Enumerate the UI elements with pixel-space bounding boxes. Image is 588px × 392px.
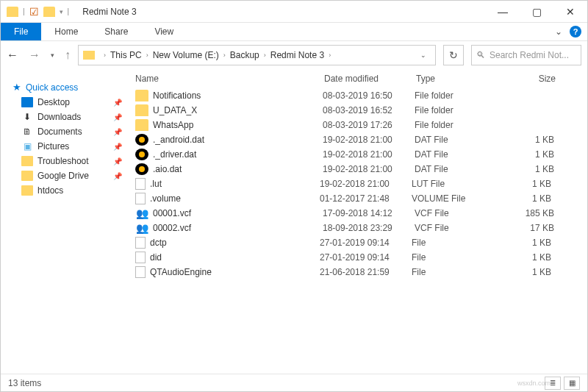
icons-view-button[interactable]: ▦ [564, 377, 580, 390]
file-type: DAT File [415, 164, 503, 174]
file-row[interactable]: 👥00001.vcf17-09-2018 14:12VCF File185 KB [129, 206, 587, 221]
file-row[interactable]: .lut19-02-2018 21:00LUT File1 KB [129, 177, 587, 191]
chevron-right-icon[interactable]: › [142, 51, 153, 59]
breadcrumb-item[interactable]: This PC [110, 50, 142, 60]
breadcrumb-item[interactable]: New Volume (E:) [153, 50, 219, 60]
dat-icon [135, 134, 148, 146]
checkmark-icon[interactable]: ☑ [29, 6, 39, 18]
dat-icon [135, 149, 148, 160]
sidebar-item[interactable]: Troubleshoot📌 [20, 154, 123, 168]
file-size: 1 KB [500, 238, 551, 248]
file-row[interactable]: did27-01-2019 09:14File1 KB [129, 250, 587, 265]
file-name: 00001.vcf [153, 208, 323, 218]
file-name: .volume [150, 193, 320, 204]
folder-icon[interactable] [43, 7, 55, 17]
watermark: wsxdn.com [517, 379, 551, 387]
file-row[interactable]: dctp27-01-2019 09:14File1 KB [129, 235, 587, 250]
file-type: File [412, 238, 500, 248]
file-row[interactable]: .aio.dat19-02-2018 21:00DAT File1 KB [129, 162, 587, 177]
breadcrumb-item[interactable]: Redmi Note 3 [270, 50, 324, 60]
file-row[interactable]: Notifications08-03-2019 16:50File folder [129, 88, 587, 103]
chevron-right-icon[interactable]: › [324, 51, 335, 59]
navigation-bar: ← → ▾ ↑ › This PC › New Volume (E:) › Ba… [1, 41, 587, 69]
forward-button[interactable]: → [29, 49, 40, 62]
sidebar-item-label: Troubleshoot [37, 156, 89, 166]
address-dropdown-icon[interactable]: ⌄ [415, 51, 432, 59]
folder-icon [135, 104, 148, 116]
file-row[interactable]: 👥00002.vcf18-09-2018 23:29VCF File17 KB [129, 221, 587, 235]
file-name: .lut [150, 179, 320, 189]
file-row[interactable]: QTAudioEngine21-06-2018 21:59File1 KB [129, 265, 587, 279]
file-row[interactable]: ._android.dat19-02-2018 21:00DAT File1 K… [129, 132, 587, 147]
file-size: 1 KB [503, 149, 554, 160]
minimize-button[interactable]: — [486, 1, 520, 23]
tab-share[interactable]: Share [91, 23, 141, 40]
folder-icon[interactable] [7, 7, 18, 17]
file-row[interactable]: ._driver.dat19-02-2018 21:00DAT File1 KB [129, 147, 587, 162]
sidebar-item-label: Documents [37, 126, 82, 137]
sidebar-item[interactable]: Google Drive📌 [20, 168, 123, 183]
search-box[interactable]: 🔍︎ Search Redmi Not... [471, 45, 581, 65]
file-date: 27-01-2019 09:14 [320, 252, 412, 263]
expand-ribbon-icon[interactable]: ⌄ [555, 26, 562, 37]
sidebar-item[interactable]: Desktop📌 [20, 95, 123, 110]
file-name: ._android.dat [153, 135, 323, 145]
chevron-right-icon[interactable]: › [99, 51, 110, 59]
breadcrumb-item[interactable]: Backup [230, 50, 259, 60]
file-type: File folder [415, 120, 503, 130]
file-size: 1 KB [503, 164, 554, 174]
file-date: 17-09-2018 14:12 [323, 208, 415, 218]
tab-view[interactable]: View [141, 23, 187, 40]
sidebar-item[interactable]: 🗎Documents📌 [20, 124, 123, 139]
navigation-pane: ★ Quick access Desktop📌⬇Downloads📌🗎Docum… [1, 69, 129, 374]
file-size: 17 KB [503, 223, 554, 233]
qat-dropdown-icon[interactable]: ▾ [60, 8, 63, 15]
file-name: did [150, 252, 320, 263]
history-dropdown-icon[interactable]: ▾ [51, 51, 54, 59]
column-name[interactable]: Name [129, 74, 324, 84]
status-bar: 13 items ≣ ▦ [1, 374, 587, 391]
file-date: 19-02-2018 21:00 [323, 135, 415, 145]
file-type: File folder [415, 105, 503, 115]
help-icon[interactable]: ? [570, 26, 581, 38]
folder-icon [83, 51, 95, 60]
up-button[interactable]: ↑ [65, 49, 71, 62]
chevron-right-icon[interactable]: › [259, 51, 270, 59]
file-type: File [412, 267, 500, 277]
file-icon [135, 266, 146, 278]
file-date: 19-02-2018 21:00 [320, 179, 412, 189]
column-size[interactable]: Size [504, 74, 556, 84]
file-date: 27-01-2019 09:14 [320, 238, 412, 248]
sidebar-quick-access[interactable]: ★ Quick access [11, 79, 123, 95]
file-icon [135, 237, 146, 249]
file-size: 1 KB [500, 179, 551, 189]
file-name: dctp [150, 238, 320, 248]
file-size: 1 KB [500, 267, 551, 277]
file-row[interactable]: .volume01-12-2017 21:48VOLUME File1 KB [129, 191, 587, 206]
file-row[interactable]: WhatsApp08-03-2019 17:26File folder [129, 118, 587, 132]
file-type: VOLUME File [412, 193, 500, 204]
file-type: DAT File [415, 135, 503, 145]
sidebar-item[interactable]: ▣Pictures📌 [20, 139, 123, 154]
maximize-button[interactable]: ▢ [520, 1, 553, 23]
file-row[interactable]: U_DATA_X08-03-2019 16:52File folder [129, 103, 587, 118]
address-bar[interactable]: › This PC › New Volume (E:) › Backup › R… [78, 45, 436, 65]
back-button[interactable]: ← [7, 49, 18, 62]
file-tab[interactable]: File [1, 23, 41, 40]
sidebar-item[interactable]: ⬇Downloads📌 [20, 110, 123, 124]
refresh-button[interactable]: ↻ [443, 45, 464, 65]
file-type: File [412, 252, 500, 263]
tab-home[interactable]: Home [41, 23, 91, 40]
file-size: 185 KB [503, 208, 554, 218]
file-name: .aio.dat [153, 164, 323, 174]
file-size: 1 KB [500, 193, 551, 204]
file-date: 08-03-2019 16:50 [323, 90, 415, 101]
file-name: Notifications [153, 90, 323, 101]
column-date[interactable]: Date modified [324, 74, 416, 84]
column-type[interactable]: Type [416, 74, 504, 84]
chevron-right-icon[interactable]: › [219, 51, 230, 59]
close-button[interactable]: ✕ [553, 1, 587, 23]
file-date: 18-09-2018 23:29 [323, 223, 415, 233]
sidebar-item[interactable]: htdocs [20, 183, 123, 198]
file-type: LUT File [412, 179, 500, 189]
